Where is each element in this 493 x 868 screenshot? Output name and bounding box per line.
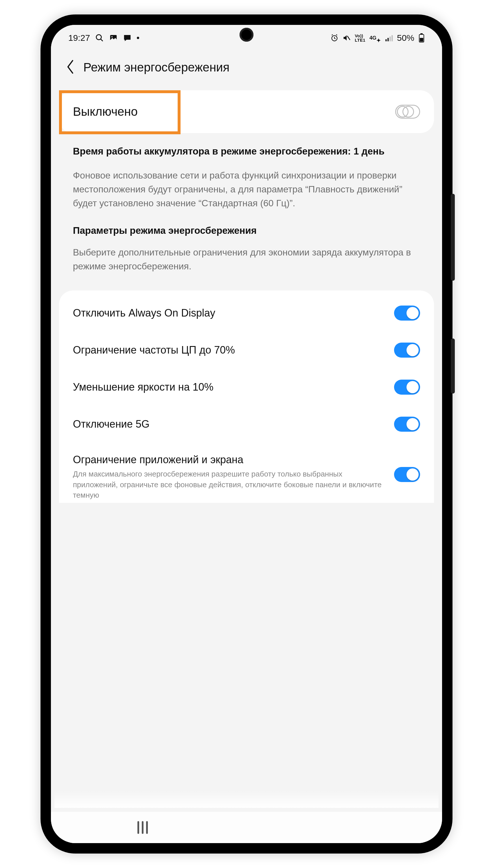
- page-title: Режим энергосбережения: [83, 61, 230, 74]
- battery-percent: 50%: [397, 33, 414, 43]
- master-toggle-label: Выключено: [73, 105, 138, 118]
- message-icon: [123, 34, 132, 42]
- svg-rect-12: [420, 38, 423, 42]
- power-button: [451, 339, 455, 393]
- volume-button: [451, 194, 455, 281]
- option-description: Для максимального энергосбережения разре…: [73, 469, 385, 500]
- camera-notch: [239, 28, 254, 42]
- option-5g-toggle[interactable]: [394, 417, 420, 432]
- volte-icon: Vo))LTE1: [355, 34, 365, 42]
- page-header: Режим энергосбережения: [51, 51, 442, 90]
- option-aod[interactable]: Отключить Always On Display: [59, 295, 434, 331]
- svg-rect-8: [389, 37, 391, 41]
- back-button[interactable]: [65, 59, 75, 76]
- option-cpu-toggle[interactable]: [394, 343, 420, 357]
- nav-recent-button[interactable]: [137, 821, 148, 834]
- svg-rect-7: [387, 38, 389, 41]
- params-title: Параметры режима энергосбережения: [73, 224, 420, 237]
- option-5g[interactable]: Отключение 5G: [59, 406, 434, 443]
- more-notifications-dot: [137, 37, 139, 39]
- option-label: Отключить Always On Display: [73, 307, 215, 319]
- estimated-time-title: Время работы аккумулятора в режиме энерг…: [73, 145, 420, 158]
- navigation-bar: [51, 811, 442, 843]
- svg-point-3: [111, 36, 112, 37]
- svg-rect-9: [391, 35, 393, 41]
- option-cpu-limit[interactable]: Ограничение частоты ЦП до 70%: [59, 331, 434, 369]
- mode-description: Фоновое использование сети и работа функ…: [73, 168, 420, 210]
- phone-frame: 19:27: [41, 15, 452, 853]
- gallery-icon: [109, 34, 118, 42]
- option-label: Ограничение приложений и экрана: [73, 454, 385, 466]
- options-card: Отключить Always On Display Ограничение …: [59, 290, 434, 503]
- option-label: Отключение 5G: [73, 418, 150, 430]
- svg-line-5: [347, 36, 350, 40]
- option-brightness[interactable]: Уменьшение яркости на 10%: [59, 369, 434, 406]
- option-label: Ограничение частоты ЦП до 70%: [73, 344, 235, 356]
- mute-icon: [343, 34, 351, 42]
- option-label: Уменьшение яркости на 10%: [73, 381, 214, 393]
- status-time: 19:27: [68, 33, 90, 43]
- option-apps-toggle[interactable]: [394, 467, 420, 482]
- option-apps-screen[interactable]: Ограничение приложений и экрана Для макс…: [59, 443, 434, 503]
- search-icon: [95, 34, 104, 42]
- alarm-icon: [330, 34, 339, 42]
- network-type-icon: 4G✦: [369, 33, 381, 43]
- master-toggle[interactable]: [395, 105, 420, 118]
- svg-line-1: [101, 39, 103, 41]
- svg-rect-11: [421, 33, 423, 35]
- option-aod-toggle[interactable]: [394, 306, 420, 321]
- svg-point-0: [97, 35, 102, 40]
- svg-rect-6: [385, 39, 387, 41]
- params-description: Выберите дополнительные ограничения для …: [73, 245, 420, 273]
- master-toggle-card: Выключено: [59, 90, 434, 133]
- signal-icon: [385, 34, 393, 42]
- info-block: Время работы аккумулятора в режиме энерг…: [59, 133, 434, 290]
- option-brightness-toggle[interactable]: [394, 379, 420, 395]
- battery-icon: [419, 33, 425, 43]
